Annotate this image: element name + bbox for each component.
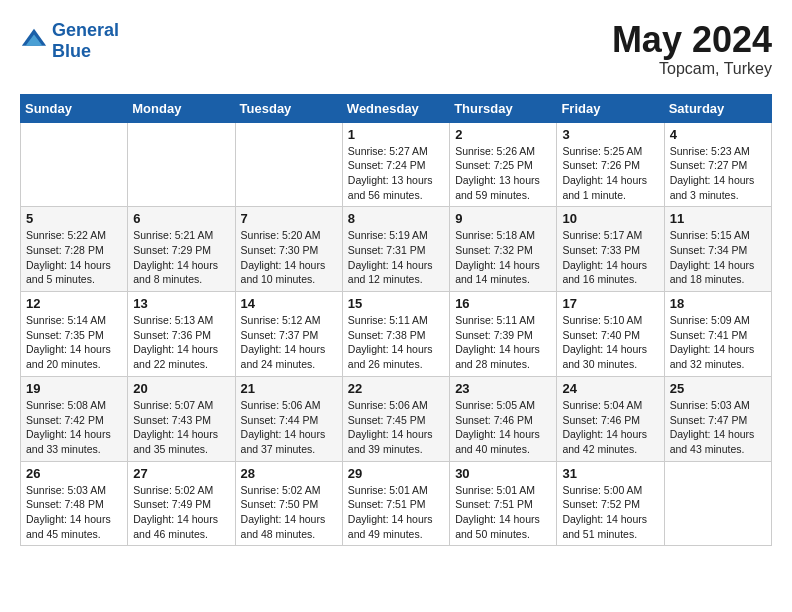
calendar-cell: 26Sunrise: 5:03 AMSunset: 7:48 PMDayligh… (21, 461, 128, 546)
calendar-cell: 18Sunrise: 5:09 AMSunset: 7:41 PMDayligh… (664, 292, 771, 377)
day-info: Sunrise: 5:03 AMSunset: 7:48 PMDaylight:… (26, 483, 122, 542)
calendar-location: Topcam, Turkey (612, 60, 772, 78)
calendar-cell: 3Sunrise: 5:25 AMSunset: 7:26 PMDaylight… (557, 122, 664, 207)
day-number: 8 (348, 211, 444, 226)
calendar-cell: 15Sunrise: 5:11 AMSunset: 7:38 PMDayligh… (342, 292, 449, 377)
day-info: Sunrise: 5:11 AMSunset: 7:39 PMDaylight:… (455, 313, 551, 372)
calendar-cell (21, 122, 128, 207)
day-number: 2 (455, 127, 551, 142)
calendar-title-block: May 2024 Topcam, Turkey (612, 20, 772, 78)
day-number: 23 (455, 381, 551, 396)
calendar-cell: 30Sunrise: 5:01 AMSunset: 7:51 PMDayligh… (450, 461, 557, 546)
day-info: Sunrise: 5:01 AMSunset: 7:51 PMDaylight:… (348, 483, 444, 542)
day-number: 12 (26, 296, 122, 311)
day-info: Sunrise: 5:19 AMSunset: 7:31 PMDaylight:… (348, 228, 444, 287)
day-info: Sunrise: 5:03 AMSunset: 7:47 PMDaylight:… (670, 398, 766, 457)
day-info: Sunrise: 5:21 AMSunset: 7:29 PMDaylight:… (133, 228, 229, 287)
day-info: Sunrise: 5:10 AMSunset: 7:40 PMDaylight:… (562, 313, 658, 372)
day-of-week-sunday: Sunday (21, 94, 128, 122)
day-of-week-wednesday: Wednesday (342, 94, 449, 122)
calendar-cell: 16Sunrise: 5:11 AMSunset: 7:39 PMDayligh… (450, 292, 557, 377)
day-number: 21 (241, 381, 337, 396)
calendar-cell: 27Sunrise: 5:02 AMSunset: 7:49 PMDayligh… (128, 461, 235, 546)
day-of-week-tuesday: Tuesday (235, 94, 342, 122)
day-info: Sunrise: 5:08 AMSunset: 7:42 PMDaylight:… (26, 398, 122, 457)
calendar-cell: 14Sunrise: 5:12 AMSunset: 7:37 PMDayligh… (235, 292, 342, 377)
calendar-cell: 11Sunrise: 5:15 AMSunset: 7:34 PMDayligh… (664, 207, 771, 292)
day-info: Sunrise: 5:06 AMSunset: 7:45 PMDaylight:… (348, 398, 444, 457)
day-info: Sunrise: 5:02 AMSunset: 7:49 PMDaylight:… (133, 483, 229, 542)
day-info: Sunrise: 5:01 AMSunset: 7:51 PMDaylight:… (455, 483, 551, 542)
calendar-cell: 23Sunrise: 5:05 AMSunset: 7:46 PMDayligh… (450, 376, 557, 461)
calendar-cell: 25Sunrise: 5:03 AMSunset: 7:47 PMDayligh… (664, 376, 771, 461)
day-info: Sunrise: 5:20 AMSunset: 7:30 PMDaylight:… (241, 228, 337, 287)
calendar-table: SundayMondayTuesdayWednesdayThursdayFrid… (20, 94, 772, 547)
day-number: 31 (562, 466, 658, 481)
day-info: Sunrise: 5:13 AMSunset: 7:36 PMDaylight:… (133, 313, 229, 372)
day-number: 25 (670, 381, 766, 396)
calendar-cell: 8Sunrise: 5:19 AMSunset: 7:31 PMDaylight… (342, 207, 449, 292)
logo-text: General Blue (52, 20, 119, 62)
day-number: 29 (348, 466, 444, 481)
day-info: Sunrise: 5:09 AMSunset: 7:41 PMDaylight:… (670, 313, 766, 372)
calendar-cell: 7Sunrise: 5:20 AMSunset: 7:30 PMDaylight… (235, 207, 342, 292)
calendar-cell: 19Sunrise: 5:08 AMSunset: 7:42 PMDayligh… (21, 376, 128, 461)
day-info: Sunrise: 5:27 AMSunset: 7:24 PMDaylight:… (348, 144, 444, 203)
day-info: Sunrise: 5:05 AMSunset: 7:46 PMDaylight:… (455, 398, 551, 457)
day-info: Sunrise: 5:02 AMSunset: 7:50 PMDaylight:… (241, 483, 337, 542)
calendar-cell: 9Sunrise: 5:18 AMSunset: 7:32 PMDaylight… (450, 207, 557, 292)
calendar-month-year: May 2024 (612, 20, 772, 60)
day-number: 26 (26, 466, 122, 481)
logo: General Blue (20, 20, 119, 62)
day-number: 18 (670, 296, 766, 311)
day-info: Sunrise: 5:22 AMSunset: 7:28 PMDaylight:… (26, 228, 122, 287)
day-number: 17 (562, 296, 658, 311)
day-number: 10 (562, 211, 658, 226)
calendar-cell: 17Sunrise: 5:10 AMSunset: 7:40 PMDayligh… (557, 292, 664, 377)
day-number: 1 (348, 127, 444, 142)
day-number: 24 (562, 381, 658, 396)
day-number: 7 (241, 211, 337, 226)
day-number: 9 (455, 211, 551, 226)
calendar-cell (664, 461, 771, 546)
calendar-cell: 24Sunrise: 5:04 AMSunset: 7:46 PMDayligh… (557, 376, 664, 461)
calendar-cell: 1Sunrise: 5:27 AMSunset: 7:24 PMDaylight… (342, 122, 449, 207)
day-number: 13 (133, 296, 229, 311)
day-number: 4 (670, 127, 766, 142)
calendar-cell: 22Sunrise: 5:06 AMSunset: 7:45 PMDayligh… (342, 376, 449, 461)
day-info: Sunrise: 5:14 AMSunset: 7:35 PMDaylight:… (26, 313, 122, 372)
day-info: Sunrise: 5:11 AMSunset: 7:38 PMDaylight:… (348, 313, 444, 372)
calendar-cell: 28Sunrise: 5:02 AMSunset: 7:50 PMDayligh… (235, 461, 342, 546)
day-number: 20 (133, 381, 229, 396)
calendar-cell: 5Sunrise: 5:22 AMSunset: 7:28 PMDaylight… (21, 207, 128, 292)
day-number: 11 (670, 211, 766, 226)
calendar-cell: 4Sunrise: 5:23 AMSunset: 7:27 PMDaylight… (664, 122, 771, 207)
day-of-week-monday: Monday (128, 94, 235, 122)
calendar-cell: 10Sunrise: 5:17 AMSunset: 7:33 PMDayligh… (557, 207, 664, 292)
day-info: Sunrise: 5:06 AMSunset: 7:44 PMDaylight:… (241, 398, 337, 457)
day-of-week-friday: Friday (557, 94, 664, 122)
day-number: 19 (26, 381, 122, 396)
calendar-cell: 21Sunrise: 5:06 AMSunset: 7:44 PMDayligh… (235, 376, 342, 461)
calendar-cell (235, 122, 342, 207)
day-of-week-saturday: Saturday (664, 94, 771, 122)
day-number: 14 (241, 296, 337, 311)
day-number: 15 (348, 296, 444, 311)
logo-icon (20, 27, 48, 55)
day-of-week-thursday: Thursday (450, 94, 557, 122)
day-info: Sunrise: 5:25 AMSunset: 7:26 PMDaylight:… (562, 144, 658, 203)
calendar-cell: 29Sunrise: 5:01 AMSunset: 7:51 PMDayligh… (342, 461, 449, 546)
page-header: General Blue May 2024 Topcam, Turkey (20, 20, 772, 78)
calendar-cell: 12Sunrise: 5:14 AMSunset: 7:35 PMDayligh… (21, 292, 128, 377)
calendar-cell: 20Sunrise: 5:07 AMSunset: 7:43 PMDayligh… (128, 376, 235, 461)
day-number: 27 (133, 466, 229, 481)
day-number: 5 (26, 211, 122, 226)
day-info: Sunrise: 5:18 AMSunset: 7:32 PMDaylight:… (455, 228, 551, 287)
calendar-cell: 31Sunrise: 5:00 AMSunset: 7:52 PMDayligh… (557, 461, 664, 546)
day-number: 30 (455, 466, 551, 481)
day-number: 6 (133, 211, 229, 226)
day-info: Sunrise: 5:04 AMSunset: 7:46 PMDaylight:… (562, 398, 658, 457)
calendar-cell (128, 122, 235, 207)
day-number: 22 (348, 381, 444, 396)
day-info: Sunrise: 5:17 AMSunset: 7:33 PMDaylight:… (562, 228, 658, 287)
